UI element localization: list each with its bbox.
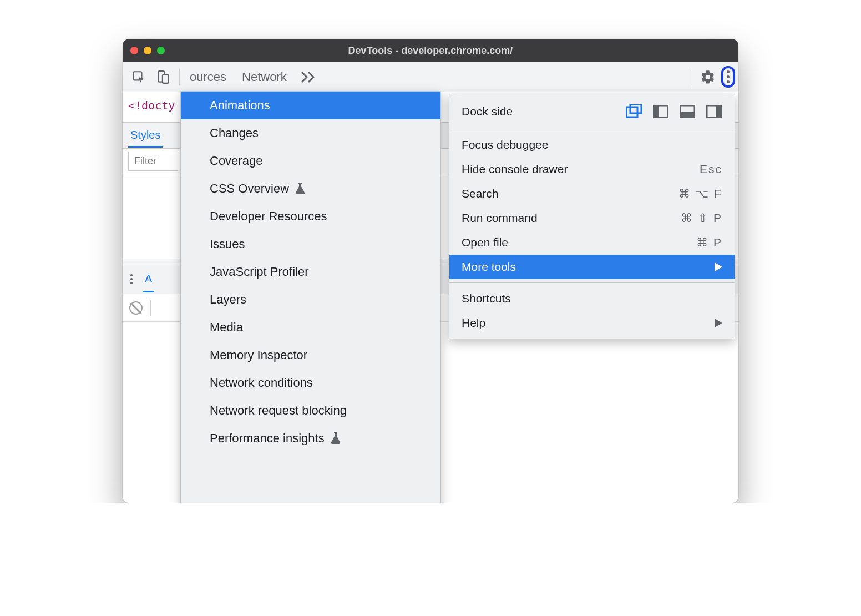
more-tools-item[interactable]: Media [181,314,440,341]
menu-shortcuts[interactable]: Shortcuts [449,286,735,311]
experimental-flask-icon [330,432,341,445]
experimental-flask-icon [295,183,306,195]
panel-content: <!docty Styles A AnimationsChangesCovera… [123,92,738,503]
more-tools-item-label: Issues [210,237,245,251]
toolbar-separator [692,69,692,85]
tab-styles[interactable]: Styles [128,123,163,148]
dock-side-row: Dock side [449,98,735,125]
menu-label: Help [462,316,485,330]
more-tools-item-label: Media [210,320,243,335]
more-tools-item-label: Developer Resources [210,209,327,224]
dock-undock-icon[interactable] [626,104,642,119]
more-tools-item-label: JavaScript Profiler [210,265,309,279]
more-tools-item[interactable]: Issues [181,230,440,258]
styles-filter-input[interactable] [128,152,178,171]
menu-shortcut: ⌘ ⇧ P [681,211,722,225]
more-tools-item[interactable]: CSS Overview [181,175,440,203]
minimize-window-icon[interactable] [144,47,151,54]
menu-shortcut: ⌘ ⌥ F [678,187,723,200]
more-tools-item-label: Memory Inspector [210,348,307,362]
more-tools-item-label: Network request blocking [210,403,347,418]
close-window-icon[interactable] [130,47,138,54]
dock-right-icon[interactable] [706,104,722,119]
more-tools-item[interactable]: Layers [181,286,440,314]
more-tools-item[interactable]: Changes [181,119,440,147]
tabs-overflow-icon[interactable] [296,68,322,86]
more-tools-item[interactable]: Network conditions [181,369,440,397]
dock-bottom-icon[interactable] [679,104,696,119]
svg-rect-8 [680,112,695,118]
menu-shortcut: Esc [700,163,722,176]
drawer-more-icon[interactable] [128,272,135,286]
more-tools-item[interactable]: Memory Inspector [181,341,440,369]
settings-gear-icon[interactable] [698,67,718,87]
device-toolbar-icon[interactable] [153,67,174,88]
menu-help[interactable]: Help [449,311,735,335]
more-tools-item-label: Performance insights [210,431,325,446]
html-doctype-text: <!docty [128,99,175,112]
menu-label: Hide console drawer [462,163,568,176]
svg-rect-4 [630,104,641,113]
svg-marker-11 [715,262,722,271]
menu-more-tools[interactable]: More tools [449,255,735,279]
more-tools-item-label: Layers [210,292,246,307]
more-tools-item-label: Animations [210,98,270,113]
menu-label: Focus debuggee [462,138,548,152]
window-title: DevTools - developer.chrome.com/ [123,45,738,57]
main-toolbar: ources Network [123,62,738,92]
menu-search[interactable]: Search ⌘ ⌥ F [449,181,735,206]
more-tools-submenu: AnimationsChangesCoverageCSS OverviewDev… [180,91,441,503]
menu-run-command[interactable]: Run command ⌘ ⇧ P [449,206,735,230]
svg-marker-12 [715,319,722,327]
svg-rect-6 [654,105,659,118]
menu-label: Shortcuts [462,292,511,305]
submenu-arrow-icon [715,319,722,327]
more-tools-item-label: Network conditions [210,376,313,390]
more-tools-item[interactable]: Coverage [181,147,440,175]
dock-side-label: Dock side [462,105,513,118]
more-tools-item-label: Coverage [210,154,262,168]
svg-rect-3 [626,107,637,117]
titlebar: DevTools - developer.chrome.com/ [123,39,738,62]
menu-label: More tools [462,260,516,274]
devtools-window: DevTools - developer.chrome.com/ ources … [123,39,738,503]
menu-shortcut: ⌘ P [696,236,722,249]
traffic-lights [130,47,165,54]
menu-label: Open file [462,236,508,249]
main-options-menu: Dock side [449,94,735,339]
svg-rect-10 [716,105,721,118]
kebab-icon [727,70,730,83]
toolbar-separator [179,69,180,85]
tab-network[interactable]: Network [242,70,287,84]
maximize-window-icon[interactable] [157,47,165,54]
panel-tabs: ources Network [190,70,287,84]
separator [150,300,151,316]
more-tools-item-label: Changes [210,126,259,140]
more-tools-item-label: CSS Overview [210,181,289,196]
drawer-tab-active[interactable]: A [143,266,154,292]
svg-rect-2 [163,74,169,83]
more-tools-item[interactable]: JavaScript Profiler [181,258,440,286]
menu-focus-debuggee[interactable]: Focus debuggee [449,133,735,157]
clear-icon[interactable] [129,301,143,315]
menu-open-file[interactable]: Open file ⌘ P [449,230,735,255]
more-tools-item[interactable]: Developer Resources [181,203,440,230]
tab-sources[interactable]: ources [190,70,226,84]
menu-hide-console-drawer[interactable]: Hide console drawer Esc [449,157,735,181]
more-tools-item[interactable]: Performance insights [181,425,440,452]
more-tools-item[interactable]: Network request blocking [181,397,440,425]
menu-label: Run command [462,211,538,225]
menu-label: Search [462,187,499,200]
inspect-element-icon[interactable] [128,67,149,88]
submenu-arrow-icon [715,262,722,271]
dock-left-icon[interactable] [652,104,669,119]
more-options-button[interactable] [721,66,735,88]
more-tools-item[interactable]: Animations [181,92,440,119]
